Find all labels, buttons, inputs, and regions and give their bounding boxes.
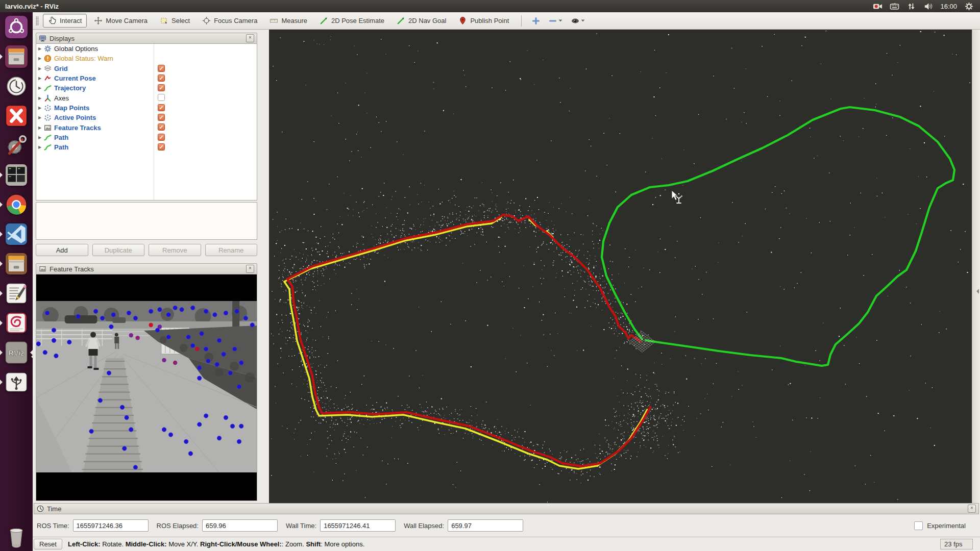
collapse-left-dock-handle[interactable] xyxy=(29,354,34,359)
display-label: Map Points xyxy=(54,104,89,112)
3d-viewport[interactable] xyxy=(269,30,972,503)
rename-button[interactable]: Rename xyxy=(205,244,258,256)
display-enabled-checkbox[interactable]: ✓ xyxy=(158,74,165,82)
zoom-out-button[interactable] xyxy=(546,15,566,27)
expand-arrow-icon[interactable]: ▶ xyxy=(38,76,44,81)
reset-button[interactable]: Reset xyxy=(34,539,62,549)
tool-2d-nav-goal[interactable]: 2D Nav Goal xyxy=(391,14,451,28)
launcher-item-archive[interactable] xyxy=(5,252,28,276)
display-row-path[interactable]: ▶Path✓ xyxy=(36,142,257,152)
launcher-item-rviz[interactable] xyxy=(5,341,28,364)
gear-icon xyxy=(44,45,52,53)
help-segment: Move X/Y. xyxy=(167,540,201,548)
toolbar-grip[interactable] xyxy=(36,16,39,26)
launcher-item-dash[interactable] xyxy=(5,15,28,39)
launcher-item-chrome[interactable] xyxy=(5,193,28,216)
expand-arrow-icon[interactable]: ▶ xyxy=(38,66,44,71)
keyboard-icon[interactable] xyxy=(890,2,899,11)
expand-arrow-icon[interactable]: ▶ xyxy=(38,126,44,130)
launcher-item-build[interactable] xyxy=(5,134,28,157)
displays-panel-header[interactable]: Displays × xyxy=(36,33,257,44)
display-enabled-checkbox[interactable]: ✓ xyxy=(158,114,165,121)
tool-publish-point[interactable]: Publish Point xyxy=(453,14,514,28)
display-enabled-checkbox[interactable] xyxy=(158,94,165,101)
clock[interactable]: 16:00 xyxy=(940,3,957,10)
wall-time-input[interactable] xyxy=(320,519,396,532)
tool-measure[interactable]: Measure xyxy=(264,14,312,28)
expand-arrow-icon[interactable]: ▶ xyxy=(38,86,44,90)
close-icon[interactable]: × xyxy=(968,505,976,513)
collapse-right-dock-handle[interactable] xyxy=(974,289,979,294)
experimental-checkbox[interactable] xyxy=(914,521,923,530)
network-arrows-icon[interactable] xyxy=(906,2,916,11)
close-icon[interactable]: × xyxy=(246,265,254,273)
launcher-item-xmind[interactable] xyxy=(5,104,28,128)
tool-interact[interactable]: Interact xyxy=(43,14,87,28)
tool-select[interactable]: Select xyxy=(155,14,195,28)
display-enabled-checkbox[interactable]: ✓ xyxy=(158,104,165,111)
time-panel-header[interactable]: Time × xyxy=(34,503,979,514)
expand-arrow-icon[interactable]: ▶ xyxy=(38,145,44,149)
add-button[interactable]: Add xyxy=(36,244,88,256)
launcher-item-docviewer[interactable] xyxy=(5,311,28,335)
trash-icon xyxy=(5,526,28,549)
display-enabled-checkbox[interactable]: ✓ xyxy=(158,123,165,131)
dash-icon xyxy=(5,15,28,39)
feature-tracks-panel-header[interactable]: Feature Tracks × xyxy=(36,263,257,274)
display-properties-pane[interactable] xyxy=(36,202,257,240)
remove-button[interactable]: Remove xyxy=(149,244,201,256)
launcher-item-files[interactable] xyxy=(5,45,28,68)
duplicate-button[interactable]: Duplicate xyxy=(92,244,145,256)
display-enabled-checkbox[interactable]: ✓ xyxy=(158,84,165,91)
ros-elapsed-input[interactable] xyxy=(202,519,278,532)
tool-focus-camera[interactable]: Focus Camera xyxy=(197,14,262,28)
display-enabled-checkbox[interactable]: ✓ xyxy=(158,134,165,141)
close-icon[interactable]: × xyxy=(246,34,254,42)
displays-buttons-row: AddDuplicateRemoveRename xyxy=(36,244,257,256)
help-text: Left-Click: Rotate. Middle-Click: Move X… xyxy=(68,540,364,548)
display-row-trajectory[interactable]: ▶Trajectory✓ xyxy=(36,83,257,93)
help-segment: Right-Click/Mouse Wheel: xyxy=(200,540,282,548)
display-enabled-checkbox[interactable]: ✓ xyxy=(158,143,165,151)
tool-2d-pose-estimate[interactable]: 2D Pose Estimate xyxy=(314,14,389,28)
screencast-icon[interactable] xyxy=(873,2,883,11)
launcher-item-vscode[interactable] xyxy=(5,222,28,246)
launcher-item-usb[interactable] xyxy=(5,370,28,394)
display-label: Path xyxy=(54,134,68,141)
launcher-item-editor[interactable] xyxy=(5,282,28,305)
help-segment: Rotate. xyxy=(101,540,126,548)
display-row-path[interactable]: ▶Path✓ xyxy=(36,133,257,142)
display-row-grid[interactable]: ▶Grid✓ xyxy=(36,64,257,73)
display-enabled-checkbox[interactable]: ✓ xyxy=(158,65,165,72)
display-row-global-options[interactable]: ▶Global Options xyxy=(36,44,257,54)
display-row-feature-tracks[interactable]: ▶Feature Tracks✓ xyxy=(36,122,257,132)
expand-arrow-icon[interactable]: ▶ xyxy=(38,115,44,120)
volume-icon[interactable] xyxy=(923,2,933,11)
zoom-in-button[interactable] xyxy=(529,15,543,27)
visibility-button[interactable] xyxy=(568,15,588,27)
tool-move-camera[interactable]: Move Camera xyxy=(89,14,153,28)
display-row-global-status-warn[interactable]: ▶Global Status: Warn xyxy=(36,54,257,63)
expand-arrow-icon[interactable]: ▶ xyxy=(38,96,44,101)
right-dock-strip xyxy=(972,30,980,503)
expand-arrow-icon[interactable]: ▶ xyxy=(38,46,44,51)
display-row-axes[interactable]: ▶Axes xyxy=(36,93,257,103)
display-row-active-points[interactable]: ▶Active Points✓ xyxy=(36,113,257,122)
ros-time-input[interactable] xyxy=(73,519,149,532)
panel-splitter[interactable] xyxy=(260,30,269,503)
launcher-item-timer[interactable] xyxy=(5,74,28,98)
expand-arrow-icon[interactable]: ▶ xyxy=(38,56,44,61)
expand-arrow-icon[interactable]: ▶ xyxy=(38,135,44,140)
expand-arrow-icon[interactable]: ▶ xyxy=(38,106,44,110)
focus-icon xyxy=(202,16,211,25)
wall-elapsed-input[interactable] xyxy=(448,519,523,532)
launcher-item-terminal[interactable] xyxy=(5,163,28,187)
display-row-current-pose[interactable]: ▶Current Pose✓ xyxy=(36,73,257,83)
warn-icon xyxy=(44,55,52,62)
launcher-item-trash[interactable] xyxy=(5,526,28,549)
session-gear-icon[interactable] xyxy=(964,2,974,11)
displays-tree[interactable]: ▶Global Options▶Global Status: Warn▶Grid… xyxy=(36,44,257,201)
display-label: Global Status: Warn xyxy=(54,55,113,62)
timer-icon xyxy=(5,74,28,98)
display-row-map-points[interactable]: ▶Map Points✓ xyxy=(36,103,257,113)
